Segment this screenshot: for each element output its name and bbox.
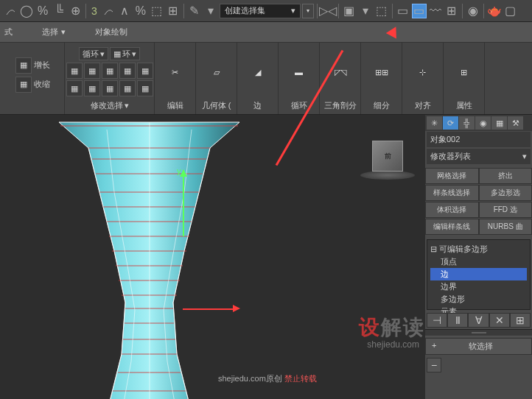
tab-motion-icon[interactable]: ◉ xyxy=(475,116,491,130)
tab-util-icon[interactable]: ⚒ xyxy=(508,116,523,130)
render-setup-icon[interactable]: 🫖 xyxy=(487,4,502,18)
viewport[interactable]: y 前 设解读 shejiedu.com shejiedu.com原创 禁止转载 xyxy=(0,115,425,399)
btn-spline-select[interactable]: 样条线选择 xyxy=(425,185,479,201)
edge-icon: ◢ xyxy=(246,60,270,84)
chevron-down-icon: ▾ xyxy=(61,27,66,37)
panel-edit[interactable]: ✂编辑 xyxy=(155,43,196,114)
show-result-icon[interactable]: Ⅱ xyxy=(447,313,468,328)
tree-vertex[interactable]: 顶点 xyxy=(430,255,527,268)
remove-icon[interactable]: ✕ xyxy=(489,313,510,328)
modsel-btn[interactable]: ▦ xyxy=(119,80,136,96)
subobj-minus-icon[interactable]: − xyxy=(427,358,441,372)
target-icon[interactable]: ⊕ xyxy=(68,4,83,18)
toolbar-separator xyxy=(183,4,184,18)
align-icon[interactable]: ▣ xyxy=(342,4,357,18)
angle-icon[interactable]: ∧ xyxy=(117,4,132,18)
btn-edit-spline[interactable]: 编辑样条线 xyxy=(425,219,479,235)
ortho-icon[interactable]: ╚ xyxy=(52,4,66,18)
tab-select[interactable]: 选择 ▾ xyxy=(42,27,66,38)
snap-pct-icon[interactable]: % xyxy=(133,4,148,18)
btn-nurbs[interactable]: NURBS 曲 xyxy=(479,219,533,235)
object-name-field[interactable]: 对象002 xyxy=(427,132,531,147)
watermark-footer: shejiedu.com原创 禁止转载 xyxy=(218,373,317,384)
pin-icon[interactable]: ⊣ xyxy=(427,313,447,328)
snap-curve-icon[interactable] xyxy=(101,4,116,18)
tree-edge[interactable]: 边 xyxy=(430,268,527,280)
config-icon[interactable]: ⊞ xyxy=(510,313,531,328)
modsel-btn[interactable]: ▦ xyxy=(137,80,153,96)
brush-icon[interactable]: ✎ xyxy=(187,4,202,18)
render-frame-icon[interactable]: ▢ xyxy=(503,4,518,18)
circle-icon[interactable]: ◯ xyxy=(19,4,34,18)
ribbon-toggle-icon[interactable]: ▭ xyxy=(412,4,427,18)
toolbar-toggle-icon[interactable]: ▭ xyxy=(396,4,410,18)
modsel-btn[interactable]: ▦ xyxy=(137,63,153,79)
tab-create-icon[interactable]: ✳ xyxy=(427,116,442,130)
modsel-btn[interactable]: ▦ xyxy=(84,80,100,96)
panel-loop[interactable]: ▬循环 xyxy=(279,43,320,114)
tab-display-icon[interactable]: ▦ xyxy=(491,116,507,130)
toolbar-separator xyxy=(317,4,318,18)
grid-icon: ⊞ xyxy=(452,60,476,84)
panel-prop[interactable]: ⊞属性 xyxy=(444,43,485,114)
lock-icon[interactable]: ⬚ xyxy=(150,4,164,18)
modsel-btn[interactable]: ▦ xyxy=(66,63,83,79)
modifier-stack[interactable]: ⊟ 可编辑多边形 顶点 边 边界 多边形 元素 xyxy=(427,239,531,310)
panel-edge[interactable]: ◢边 xyxy=(237,43,279,114)
modsel-btn[interactable]: ▦ xyxy=(102,80,118,96)
snap-icon[interactable]: ⊞ xyxy=(166,4,181,18)
loop-button[interactable]: 循环 ▾ xyxy=(79,47,108,60)
modsel-btn[interactable]: ▦ xyxy=(119,63,136,79)
modifier-list-dropdown[interactable]: 修改器列表▾ xyxy=(427,149,531,164)
dropdown-icon[interactable]: ▾ xyxy=(203,4,218,18)
align-dd-icon[interactable]: ▾ xyxy=(358,4,373,18)
tool-arc-icon[interactable] xyxy=(3,4,18,18)
shrink-icon[interactable]: ▦ xyxy=(15,77,32,93)
watermark-logo: 设解读 xyxy=(359,314,425,342)
toolbar-separator xyxy=(483,4,484,18)
toolbar-separator xyxy=(85,4,86,18)
btn-extrude[interactable]: 挤出 xyxy=(479,168,533,184)
top-toolbar: ◯ % ╚ ⊕ 3 ∧ % ⬚ ⊞ ✎ ▾ 创建选择集 ▾ ▾ ▷◁ ▣ ▾ ⬚… xyxy=(0,0,532,22)
shrink-label: 收缩 xyxy=(34,79,50,90)
modsel-btn[interactable]: ▦ xyxy=(66,80,83,96)
scissors-icon: ✂ xyxy=(164,60,187,84)
grow-icon[interactable]: ▦ xyxy=(15,57,32,74)
modsel-btn[interactable]: ▦ xyxy=(84,63,100,79)
panel-align[interactable]: ⊹对齐 xyxy=(402,43,444,114)
material-icon[interactable]: ◉ xyxy=(466,4,480,18)
percent-icon[interactable]: % xyxy=(35,4,50,18)
btn-poly-select[interactable]: 多边形选 xyxy=(479,185,533,201)
rollout-soft-selection[interactable]: +软选择 xyxy=(425,338,532,355)
panel-grow: ▦增长 ▦收缩 xyxy=(0,43,65,114)
tab-modify[interactable]: 式 xyxy=(4,27,13,38)
align-label: 对齐 xyxy=(405,100,440,111)
dropdown-expand-button[interactable]: ▾ xyxy=(302,4,314,18)
ring-button[interactable]: ▦ 环 ▾ xyxy=(110,47,140,60)
tab-modify-icon[interactable]: ⟳ xyxy=(443,116,458,130)
tree-border[interactable]: 边界 xyxy=(430,280,527,293)
tab-hierarchy-icon[interactable]: ╬ xyxy=(459,116,475,130)
mirror-icon[interactable]: ▷◁ xyxy=(321,4,335,18)
layer-icon[interactable]: ⬚ xyxy=(374,4,389,18)
btn-ffd-select[interactable]: FFD 选 xyxy=(479,202,533,218)
btn-mesh-select[interactable]: 网格选择 xyxy=(425,168,479,184)
schematic-icon[interactable]: ⊞ xyxy=(444,4,459,18)
panel-subdiv[interactable]: ⊞⊞细分 xyxy=(361,43,402,114)
rollout-label: 软选择 xyxy=(469,341,493,352)
geom-icon: ▱ xyxy=(205,60,228,84)
unique-icon[interactable]: ∀ xyxy=(468,313,489,328)
selection-set-dropdown[interactable]: 创建选择集 ▾ xyxy=(220,4,301,18)
modsel-btn[interactable]: ▦ xyxy=(102,63,118,79)
tab-draw[interactable]: 对象绘制 xyxy=(95,27,127,38)
viewcube[interactable]: 前 xyxy=(372,141,403,172)
panel-modify-select: 循环 ▾ ▦ 环 ▾ ▦▦▦▦▦ ▦▦▦▦▦ 修改选择 ▾ xyxy=(65,43,155,114)
panel-geom[interactable]: ▱几何体 ( xyxy=(196,43,237,114)
btn-vol-select[interactable]: 体积选择 xyxy=(425,202,479,218)
tree-root[interactable]: ⊟ 可编辑多边形 xyxy=(430,243,527,255)
curve-editor-icon[interactable]: 〰 xyxy=(428,4,443,18)
main-area: y 前 设解读 shejiedu.com shejiedu.com原创 禁止转载… xyxy=(0,115,532,399)
command-panel: ✳ ⟳ ╬ ◉ ▦ ⚒ 对象002 修改器列表▾ 网格选择挤出 样条线选择多边形… xyxy=(425,115,532,399)
viewcube-base xyxy=(360,171,415,180)
tree-poly[interactable]: 多边形 xyxy=(430,293,527,306)
